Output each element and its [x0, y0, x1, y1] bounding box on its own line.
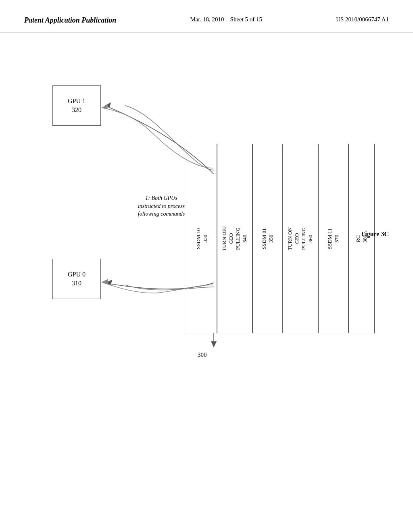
cell-turn-on: TURN ONGEOPULLING360: [283, 144, 318, 333]
gpu0-label1: GPU 0: [68, 270, 86, 279]
cell-rc: RC380: [348, 144, 375, 333]
cell-turn-off: TURN OFFGEOPULLING340: [217, 144, 252, 333]
gpu1-label2: 320: [72, 106, 81, 114]
gpu1-box: GPU 1 320: [52, 85, 101, 126]
gpu0-box: GPU 0 310: [52, 259, 101, 299]
arrow-tip-gpu0: [102, 279, 108, 285]
header-center: Mar. 18, 2010 Sheet 5 of 15: [190, 16, 262, 23]
arrowhead-300: [211, 341, 217, 347]
page-header: Patent Application Publication Mar. 18, …: [0, 0, 413, 33]
diagram-area: GPU 1 320 GPU 0 310 SSDM 10330 TURN OFFG…: [0, 33, 413, 525]
arrowhead-gpu0: [105, 280, 112, 285]
figure-label: Figure 3C: [361, 231, 389, 238]
gpu1-label1: GPU 1: [68, 97, 86, 106]
arrow-300-label: 300: [198, 351, 207, 358]
cell-ssdm10: SSDM 10330: [187, 144, 217, 333]
cell-ssdm01: SSDM 01350: [252, 144, 283, 333]
header-right: US 2010/0066747 A1: [336, 16, 389, 23]
header-left: Patent Application Publication: [24, 16, 116, 25]
command-stack: SSDM 10330 TURN OFFGEOPULLING340 SSDM 01…: [187, 144, 375, 333]
arrowhead-gpu1: [105, 102, 111, 108]
cell-ssdm11: SSDM 11370: [318, 144, 348, 333]
arrow-tip-gpu1: [102, 104, 108, 110]
annotation-text: 1: Both GPUs instructed to process follo…: [117, 194, 206, 218]
gpu0-label2: 310: [72, 279, 81, 288]
